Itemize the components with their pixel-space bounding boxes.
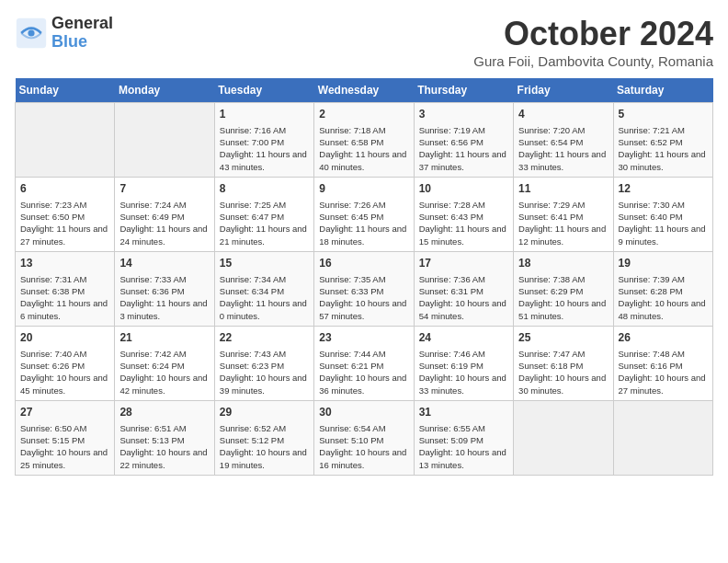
weekday-header-thursday: Thursday [414,78,513,103]
calendar-cell: 31Sunrise: 6:55 AM Sunset: 5:09 PM Dayli… [414,400,513,475]
day-info: Sunrise: 7:31 AM Sunset: 6:38 PM Dayligh… [20,273,109,322]
day-info: Sunrise: 7:35 AM Sunset: 6:33 PM Dayligh… [319,273,408,322]
calendar-subtitle: Gura Foii, Dambovita County, Romania [473,53,713,69]
calendar-cell: 11Sunrise: 7:29 AM Sunset: 6:41 PM Dayli… [514,177,613,251]
day-info: Sunrise: 7:48 AM Sunset: 6:16 PM Dayligh… [619,348,708,396]
calendar-cell: 7Sunrise: 7:24 AM Sunset: 6:49 PM Daylig… [115,177,214,251]
day-number: 27 [20,405,109,420]
day-info: Sunrise: 7:43 AM Sunset: 6:23 PM Dayligh… [220,348,309,396]
day-number: 12 [619,181,708,197]
calendar-cell: 2Sunrise: 7:18 AM Sunset: 6:58 PM Daylig… [314,103,414,178]
day-info: Sunrise: 7:38 AM Sunset: 6:29 PM Dayligh… [518,273,608,322]
calendar-table: SundayMondayTuesdayWednesdayThursdayFrid… [15,78,713,476]
day-info: Sunrise: 7:19 AM Sunset: 6:56 PM Dayligh… [419,124,508,173]
calendar-cell: 17Sunrise: 7:36 AM Sunset: 6:31 PM Dayli… [414,251,513,326]
calendar-cell: 26Sunrise: 7:48 AM Sunset: 6:16 PM Dayli… [613,326,712,400]
calendar-cell: 13Sunrise: 7:31 AM Sunset: 6:38 PM Dayli… [16,251,115,326]
calendar-cell: 22Sunrise: 7:43 AM Sunset: 6:23 PM Dayli… [214,326,313,400]
day-number: 5 [619,107,708,122]
day-number: 19 [619,256,708,271]
day-info: Sunrise: 7:18 AM Sunset: 6:58 PM Dayligh… [319,124,408,173]
calendar-cell: 25Sunrise: 7:47 AM Sunset: 6:18 PM Dayli… [514,326,613,400]
day-number: 29 [220,405,309,420]
calendar-cell [613,400,712,475]
weekday-header-saturday: Saturday [613,78,712,103]
day-number: 30 [319,405,408,420]
day-number: 14 [119,256,209,271]
day-info: Sunrise: 7:25 AM Sunset: 6:47 PM Dayligh… [220,199,309,247]
day-number: 26 [619,330,708,346]
day-number: 25 [518,330,608,346]
page-header: General Blue October 2024 Gura Foii, Dam… [15,15,713,69]
title-block: October 2024 Gura Foii, Dambovita County… [473,15,713,69]
calendar-cell [16,103,115,178]
calendar-cell: 27Sunrise: 6:50 AM Sunset: 5:15 PM Dayli… [16,400,115,475]
calendar-cell: 18Sunrise: 7:38 AM Sunset: 6:29 PM Dayli… [514,251,613,326]
calendar-cell: 19Sunrise: 7:39 AM Sunset: 6:28 PM Dayli… [613,251,712,326]
calendar-title: October 2024 [473,15,713,53]
day-info: Sunrise: 7:29 AM Sunset: 6:41 PM Dayligh… [518,199,608,247]
day-info: Sunrise: 7:16 AM Sunset: 7:00 PM Dayligh… [220,124,309,173]
day-info: Sunrise: 7:46 AM Sunset: 6:19 PM Dayligh… [419,348,508,396]
day-number: 8 [220,181,309,197]
day-info: Sunrise: 7:39 AM Sunset: 6:28 PM Dayligh… [619,273,708,322]
calendar-cell: 14Sunrise: 7:33 AM Sunset: 6:36 PM Dayli… [115,251,214,326]
calendar-week-5: 27Sunrise: 6:50 AM Sunset: 5:15 PM Dayli… [16,400,713,475]
weekday-header-friday: Friday [514,78,613,103]
day-number: 28 [119,405,209,420]
calendar-cell: 23Sunrise: 7:44 AM Sunset: 6:21 PM Dayli… [314,326,414,400]
day-number: 3 [419,107,508,122]
calendar-week-4: 20Sunrise: 7:40 AM Sunset: 6:26 PM Dayli… [16,326,713,400]
weekday-header-sunday: Sunday [16,78,115,103]
day-number: 20 [20,330,109,346]
day-number: 6 [20,181,109,197]
calendar-cell: 5Sunrise: 7:21 AM Sunset: 6:52 PM Daylig… [613,103,712,178]
day-number: 16 [319,256,408,271]
day-number: 13 [20,256,109,271]
day-number: 23 [319,330,408,346]
day-info: Sunrise: 7:23 AM Sunset: 6:50 PM Dayligh… [20,199,109,247]
calendar-cell: 24Sunrise: 7:46 AM Sunset: 6:19 PM Dayli… [414,326,513,400]
calendar-cell: 3Sunrise: 7:19 AM Sunset: 6:56 PM Daylig… [414,103,513,178]
day-info: Sunrise: 7:42 AM Sunset: 6:24 PM Dayligh… [119,348,209,396]
day-info: Sunrise: 7:47 AM Sunset: 6:18 PM Dayligh… [518,348,608,396]
day-number: 9 [319,181,408,197]
day-info: Sunrise: 7:20 AM Sunset: 6:54 PM Dayligh… [518,124,608,173]
day-info: Sunrise: 7:33 AM Sunset: 6:36 PM Dayligh… [119,273,209,322]
day-info: Sunrise: 7:36 AM Sunset: 6:31 PM Dayligh… [419,273,508,322]
day-info: Sunrise: 7:26 AM Sunset: 6:45 PM Dayligh… [319,199,408,247]
day-number: 24 [419,330,508,346]
logo-icon [15,17,48,50]
calendar-cell: 4Sunrise: 7:20 AM Sunset: 6:54 PM Daylig… [514,103,613,178]
day-number: 21 [119,330,209,346]
calendar-cell: 6Sunrise: 7:23 AM Sunset: 6:50 PM Daylig… [16,177,115,251]
weekday-header-monday: Monday [115,78,214,103]
day-info: Sunrise: 7:34 AM Sunset: 6:34 PM Dayligh… [220,273,309,322]
calendar-cell: 10Sunrise: 7:28 AM Sunset: 6:43 PM Dayli… [414,177,513,251]
day-number: 4 [518,107,608,122]
calendar-cell: 16Sunrise: 7:35 AM Sunset: 6:33 PM Dayli… [314,251,414,326]
day-info: Sunrise: 7:24 AM Sunset: 6:49 PM Dayligh… [119,199,209,247]
day-number: 10 [419,181,508,197]
calendar-cell [514,400,613,475]
logo-text-line2: Blue [51,33,113,52]
day-info: Sunrise: 7:40 AM Sunset: 6:26 PM Dayligh… [20,348,109,396]
day-info: Sunrise: 7:30 AM Sunset: 6:40 PM Dayligh… [619,199,708,247]
day-number: 2 [319,107,408,122]
calendar-cell [115,103,214,178]
day-info: Sunrise: 6:54 AM Sunset: 5:10 PM Dayligh… [319,422,408,471]
day-number: 31 [419,405,508,420]
calendar-cell: 28Sunrise: 6:51 AM Sunset: 5:13 PM Dayli… [115,400,214,475]
calendar-cell: 21Sunrise: 7:42 AM Sunset: 6:24 PM Dayli… [115,326,214,400]
calendar-week-3: 13Sunrise: 7:31 AM Sunset: 6:38 PM Dayli… [16,251,713,326]
logo: General Blue [15,15,113,52]
logo-text-line1: General [51,15,113,33]
day-number: 17 [419,256,508,271]
calendar-cell: 8Sunrise: 7:25 AM Sunset: 6:47 PM Daylig… [214,177,313,251]
day-info: Sunrise: 6:52 AM Sunset: 5:12 PM Dayligh… [220,422,309,471]
day-number: 15 [220,256,309,271]
calendar-week-1: 1Sunrise: 7:16 AM Sunset: 7:00 PM Daylig… [16,103,713,178]
svg-point-1 [28,29,34,36]
calendar-cell: 29Sunrise: 6:52 AM Sunset: 5:12 PM Dayli… [214,400,313,475]
day-info: Sunrise: 6:55 AM Sunset: 5:09 PM Dayligh… [419,422,508,471]
